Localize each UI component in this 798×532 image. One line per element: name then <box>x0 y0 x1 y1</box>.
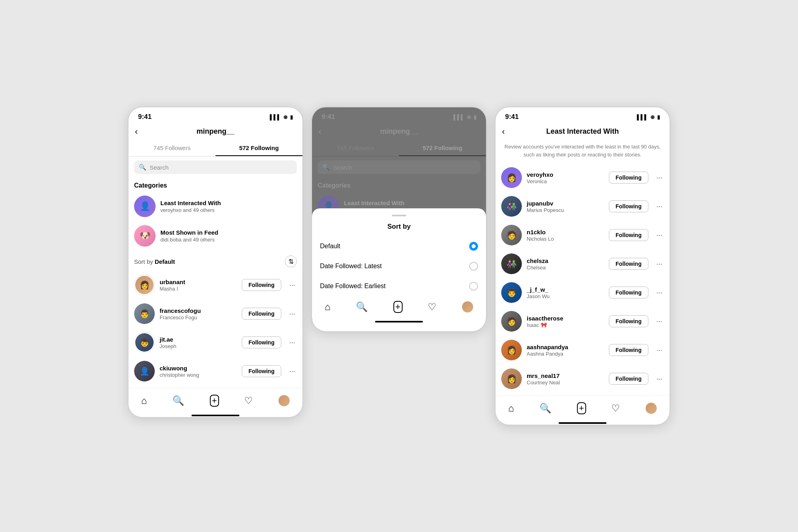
home-bar-3 <box>559 422 606 424</box>
description-text-3: Review accounts you've interacted with t… <box>496 140 670 163</box>
more-icon-ckiuwong[interactable]: ··· <box>288 366 297 377</box>
modal-option-default[interactable]: Default <box>312 236 486 256</box>
modal-option-latest[interactable]: Date Followed: Latest <box>312 256 486 276</box>
more-icon-jfw[interactable]: ··· <box>655 287 664 299</box>
search-container-1: 🔍 Search <box>128 156 302 178</box>
category-face-2: 🐶 <box>134 225 156 247</box>
nav-home-1[interactable]: ⌂ <box>138 394 150 408</box>
nav-home-3[interactable]: ⌂ <box>505 401 518 415</box>
more-icon-urbanant-1[interactable]: ··· <box>288 279 297 291</box>
user-realname-n1cklo: Nicholas Lo <box>527 236 604 242</box>
user-avatar-ckiuwong: 👤 <box>134 361 155 382</box>
more-icon-isaactherose[interactable]: ··· <box>655 316 664 327</box>
sort-icon-button-1[interactable]: ⇅ <box>285 255 297 267</box>
phone-1: 9:41 ▌▌▌ ⊛ ▮ ‹ minpeng__ 745 Followers 5… <box>128 107 303 418</box>
heart-icon-3: ♡ <box>611 403 620 414</box>
user-info-mrsneal17: mrs_neal17 Courtney Neal <box>527 372 604 386</box>
following-button-ckiuwong[interactable]: Following <box>242 365 281 377</box>
category-info-2: Most Shown in Feed didi.boba and 49 othe… <box>160 229 218 243</box>
user-info-ckiuwong: ckiuwong christopher wong <box>160 365 237 378</box>
user-avatar-mrsneal17: 👩 <box>501 368 522 389</box>
username-jupanubv: jupanubv <box>527 200 604 207</box>
more-icon-aashnapandya[interactable]: ··· <box>655 344 664 356</box>
following-button-chelsza[interactable]: Following <box>609 258 648 270</box>
nav-add-2[interactable]: + <box>390 299 406 314</box>
status-icons-1: ▌▌▌ ⊛ ▮ <box>270 114 293 120</box>
nav-search-2[interactable]: 🔍 <box>353 300 371 314</box>
following-button-jupanubv[interactable]: Following <box>609 200 648 212</box>
following-button-aashnapandya[interactable]: Following <box>609 344 648 356</box>
user-avatar-jitae: 👦 <box>134 332 155 353</box>
search-icon-1: 🔍 <box>139 164 146 171</box>
more-icon-chelsza[interactable]: ··· <box>655 258 664 270</box>
status-bar-1: 9:41 ▌▌▌ ⊛ ▮ <box>128 107 302 124</box>
category-least-interacted-1[interactable]: 👤 Least Interacted With veroyhxo and 49 … <box>128 192 302 221</box>
search-box-1[interactable]: 🔍 Search <box>134 160 297 174</box>
bottom-nav-1: ⌂ 🔍 + ♡ <box>128 388 302 411</box>
following-button-urbanant-1[interactable]: Following <box>242 279 281 291</box>
status-icons-3: ▌▌▌ ⊛ ▮ <box>637 114 660 120</box>
user-info-urbanant: urbanant Masha I <box>160 279 237 292</box>
nav-add-3[interactable]: + <box>574 401 589 416</box>
username-n1cklo: n1cklo <box>527 229 604 235</box>
modal-option-earliest[interactable]: Date Followed: Earliest <box>312 276 486 296</box>
nav-home-2[interactable]: ⌂ <box>322 300 334 314</box>
more-icon-jitae[interactable]: ··· <box>288 337 297 348</box>
phone-3: 9:41 ▌▌▌ ⊛ ▮ ‹ Least Interacted With Rev… <box>495 107 670 425</box>
tab-following-1[interactable]: 572 Following <box>215 140 302 156</box>
nav-heart-1[interactable]: ♡ <box>241 394 256 408</box>
nav-heart-2[interactable]: ♡ <box>425 300 440 314</box>
user-item-mrsneal17: 👩 mrs_neal17 Courtney Neal Following ··· <box>496 364 670 393</box>
home-bar-1 <box>192 415 239 416</box>
user-info-jfw: _j_f_w_ Jason Wu <box>527 286 604 299</box>
more-icon-mrsneal17[interactable]: ··· <box>655 373 664 385</box>
user-avatar-jfw: 👨 <box>501 282 522 303</box>
user-realname-jitae: Joseph <box>160 343 237 349</box>
following-button-jitae[interactable]: Following <box>242 336 281 348</box>
username-isaactherose: isaactherose <box>527 315 604 322</box>
battery-icon-1: ▮ <box>290 114 293 120</box>
home-icon-2: ⌂ <box>325 301 331 312</box>
category-most-shown-1[interactable]: 🐶 Most Shown in Feed didi.boba and 49 ot… <box>128 221 302 251</box>
user-info-isaactherose: isaactherose Isaac 🎀 <box>527 315 604 328</box>
username-ckiuwong: ckiuwong <box>160 365 237 372</box>
following-button-isaactherose[interactable]: Following <box>609 315 648 327</box>
following-button-mrsneal17[interactable]: Following <box>609 373 648 385</box>
nav-heart-3[interactable]: ♡ <box>608 401 623 415</box>
home-icon-1: ⌂ <box>141 395 147 406</box>
more-icon-francescofogu[interactable]: ··· <box>288 308 297 320</box>
modal-option-label-earliest: Date Followed: Earliest <box>320 283 386 290</box>
back-button-1[interactable]: ‹ <box>135 127 138 137</box>
category-sub-1: veroyhxo and 49 others <box>160 207 221 213</box>
radio-latest[interactable] <box>469 262 478 271</box>
following-button-francescofogu[interactable]: Following <box>242 308 281 320</box>
modal-title: Sort by <box>312 223 486 236</box>
nav-profile-2[interactable] <box>459 300 476 314</box>
category-avatar-1: 👤 <box>134 196 156 217</box>
radio-earliest[interactable] <box>469 282 478 291</box>
nav-profile-1[interactable] <box>275 394 293 408</box>
more-icon-n1cklo[interactable]: ··· <box>655 229 664 241</box>
nav-search-3[interactable]: 🔍 <box>536 401 555 415</box>
modal-option-label-latest: Date Followed: Latest <box>320 263 382 270</box>
more-icon-veroyhxo[interactable]: ··· <box>655 172 664 184</box>
following-button-jfw[interactable]: Following <box>609 287 648 299</box>
username-jfw: _j_f_w_ <box>527 286 604 293</box>
username-jitae: jit.ae <box>160 336 237 343</box>
following-button-veroyhxo[interactable]: Following <box>609 172 648 184</box>
status-time-3: 9:41 <box>505 113 519 121</box>
add-icon-1: + <box>210 395 219 407</box>
radio-default[interactable] <box>469 242 478 251</box>
status-bar-3: 9:41 ▌▌▌ ⊛ ▮ <box>496 107 670 124</box>
following-button-n1cklo[interactable]: Following <box>609 229 648 241</box>
home-bar-2 <box>375 321 423 322</box>
tab-followers-1[interactable]: 745 Followers <box>128 140 215 156</box>
user-avatar-francescofogu: 👨 <box>134 303 155 324</box>
more-icon-jupanubv[interactable]: ··· <box>655 201 664 212</box>
nav-profile-3[interactable] <box>642 401 660 415</box>
back-button-3[interactable]: ‹ <box>502 127 505 137</box>
nav-search-1[interactable]: 🔍 <box>169 394 188 408</box>
profile-avatar-nav-1 <box>279 395 290 406</box>
nav-add-1[interactable]: + <box>207 393 222 408</box>
bottom-nav-3: ⌂ 🔍 + ♡ <box>496 396 670 419</box>
